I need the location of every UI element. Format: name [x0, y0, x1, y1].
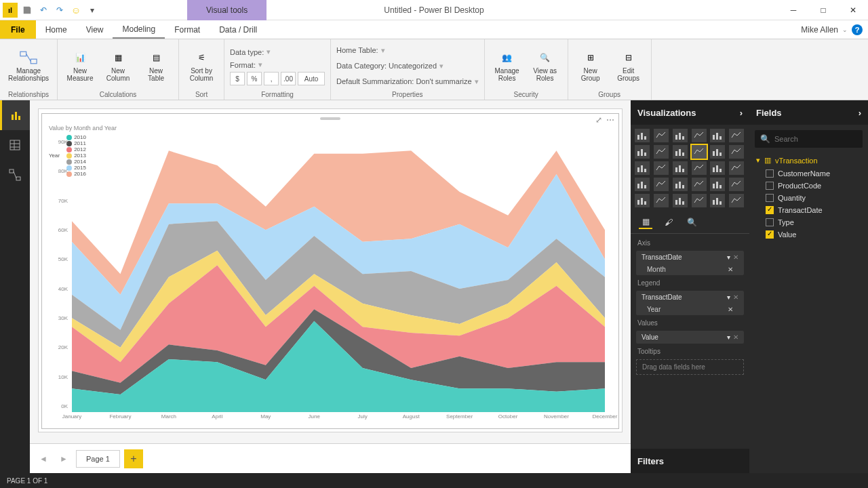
field-node[interactable]: Value: [749, 228, 868, 241]
page-next-button[interactable]: ►: [56, 451, 72, 467]
viz-type-icon[interactable]: [654, 145, 669, 159]
context-tab-visual-tools[interactable]: Visual tools: [187, 0, 267, 20]
tab-home[interactable]: Home: [36, 20, 77, 39]
viz-type-icon[interactable]: [692, 129, 707, 142]
viz-type-icon[interactable]: [635, 178, 650, 191]
viz-type-icon[interactable]: [673, 129, 688, 142]
auto-decimals[interactable]: Auto: [298, 72, 325, 85]
values-well[interactable]: Value▾✕: [636, 331, 744, 344]
viz-type-icon[interactable]: [673, 161, 688, 175]
viz-type-icon[interactable]: [673, 145, 688, 159]
user-name[interactable]: Mike Allen: [801, 25, 838, 35]
report-view-button[interactable]: [0, 100, 30, 130]
remove-level-icon[interactable]: ✕: [728, 266, 733, 273]
data-view-button[interactable]: [0, 130, 30, 160]
viz-type-icon[interactable]: [729, 178, 744, 191]
help-icon[interactable]: ?: [852, 24, 863, 35]
field-node[interactable]: Type: [749, 216, 868, 228]
filters-title[interactable]: Filters: [637, 456, 664, 466]
chevron-down-icon[interactable]: ▾: [727, 253, 730, 261]
area-chart-visual[interactable]: ⤢ ⋯ Value by Month and Year Year 2010201…: [41, 113, 619, 429]
fields-tab-icon[interactable]: ▦: [639, 216, 652, 229]
save-icon[interactable]: [20, 3, 34, 17]
manage-roles-button[interactable]: 👥Manage Roles: [490, 48, 524, 83]
viz-type-icon[interactable]: [654, 178, 669, 191]
format-dropdown[interactable]: ▾: [258, 60, 262, 69]
qat-dropdown-icon[interactable]: ▾: [85, 3, 99, 17]
viz-type-icon[interactable]: [710, 161, 725, 175]
tab-view[interactable]: View: [77, 20, 113, 39]
minimize-button[interactable]: ─: [778, 0, 808, 20]
checkbox[interactable]: [766, 182, 774, 190]
viz-type-icon[interactable]: [673, 178, 688, 191]
viz-type-icon[interactable]: [692, 178, 707, 191]
viz-type-icon[interactable]: [654, 161, 669, 175]
search-input[interactable]: [774, 135, 868, 143]
legend-well[interactable]: TransactDate▾✕ Year✕: [636, 291, 744, 315]
new-table-button[interactable]: ▤New Table: [139, 48, 173, 83]
add-page-button[interactable]: +: [124, 449, 143, 468]
field-node[interactable]: TransactDate: [749, 204, 868, 216]
home-table-label[interactable]: Home Table:: [336, 46, 378, 54]
checkbox[interactable]: [766, 194, 774, 202]
currency-button[interactable]: $: [230, 72, 245, 85]
viz-type-icon[interactable]: [710, 178, 725, 191]
more-options-icon[interactable]: ⋯: [606, 115, 614, 125]
viz-type-icon[interactable]: [692, 161, 707, 175]
decimal-button[interactable]: .00: [281, 72, 296, 85]
focus-mode-icon[interactable]: ⤢: [595, 115, 602, 125]
smiley-icon[interactable]: ☺: [69, 3, 83, 17]
remove-level-icon[interactable]: ✕: [728, 306, 733, 313]
maximize-button[interactable]: □: [808, 0, 838, 20]
viz-type-icon[interactable]: [692, 145, 707, 159]
viz-type-icon[interactable]: [729, 145, 744, 159]
viz-type-icon[interactable]: [729, 129, 744, 142]
viz-type-icon[interactable]: [654, 129, 669, 142]
tab-data-drill[interactable]: Data / Drill: [210, 20, 267, 39]
viz-type-icon[interactable]: [635, 161, 650, 175]
sort-by-column-button[interactable]: ⚟Sort by Column: [184, 48, 218, 83]
data-category-label[interactable]: Data Category: Uncategorized: [336, 62, 437, 70]
format-tab-icon[interactable]: 🖌: [662, 216, 675, 229]
tab-modeling[interactable]: Modeling: [113, 20, 165, 39]
legend-item[interactable]: 2010: [66, 134, 86, 140]
redo-icon[interactable]: ↷: [53, 3, 66, 17]
file-menu[interactable]: File: [0, 20, 36, 39]
field-node[interactable]: CustomerName: [749, 167, 868, 180]
viz-type-icon[interactable]: [729, 194, 744, 207]
new-measure-button[interactable]: 📊New Measure: [63, 48, 97, 83]
chevron-down-icon[interactable]: ⌄: [842, 26, 848, 33]
default-summarization-label[interactable]: Default Summarization: Don't summarize: [336, 77, 472, 85]
viz-type-icon[interactable]: [710, 145, 725, 159]
expand-icon[interactable]: ▾: [756, 156, 760, 165]
page-prev-button[interactable]: ◄: [35, 451, 52, 467]
viz-type-icon[interactable]: [692, 194, 707, 207]
viz-type-icon[interactable]: [673, 194, 688, 207]
remove-field-icon[interactable]: ✕: [733, 293, 738, 301]
view-as-roles-button[interactable]: 🔍View as Roles: [528, 48, 562, 83]
viz-type-icon[interactable]: [635, 194, 650, 207]
collapse-pane-icon[interactable]: ›: [859, 108, 861, 118]
field-node[interactable]: Quantity: [749, 192, 868, 204]
axis-well[interactable]: TransactDate▾✕ Month✕: [636, 251, 744, 275]
legend-item[interactable]: 2011: [66, 140, 86, 146]
viz-type-icon[interactable]: [710, 194, 725, 207]
model-view-button[interactable]: [0, 160, 30, 190]
manage-relationships-button[interactable]: Manage Relationships: [5, 48, 52, 83]
visual-drag-handle[interactable]: [320, 117, 340, 120]
report-page[interactable]: ⤢ ⋯ Value by Month and Year Year 2010201…: [38, 108, 623, 432]
viz-type-icon[interactable]: [729, 161, 744, 175]
checkbox[interactable]: [766, 169, 774, 178]
chevron-down-icon[interactable]: ▾: [727, 333, 730, 341]
datatype-dropdown[interactable]: ▾: [267, 47, 271, 56]
checkbox[interactable]: [766, 230, 774, 239]
table-node[interactable]: ▾▥vTransaction: [749, 153, 868, 167]
remove-field-icon[interactable]: ✕: [733, 253, 738, 261]
new-group-button[interactable]: ⊞New Group: [574, 48, 608, 83]
chevron-down-icon[interactable]: ▾: [727, 293, 730, 301]
checkbox[interactable]: [766, 218, 774, 226]
close-button[interactable]: ✕: [838, 0, 868, 20]
comma-button[interactable]: ,: [264, 72, 279, 85]
checkbox[interactable]: [766, 206, 774, 214]
percent-button[interactable]: %: [247, 72, 262, 85]
